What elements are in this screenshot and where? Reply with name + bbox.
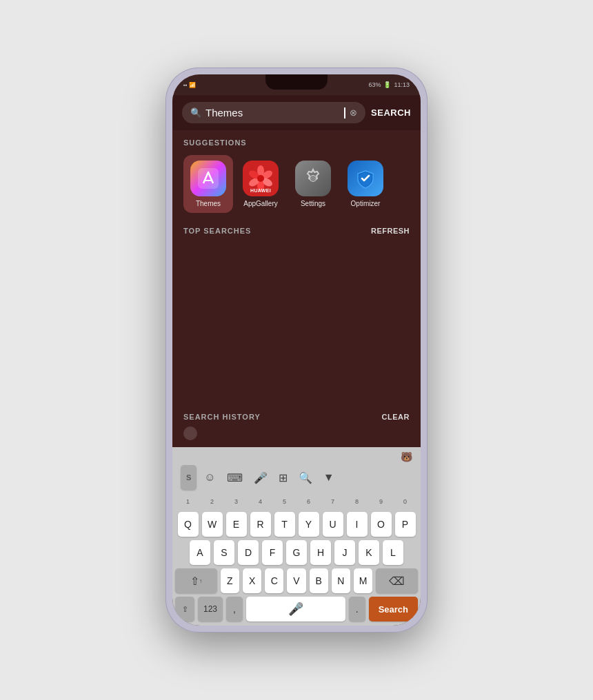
status-right: 63% 🔋 11:13 (368, 81, 410, 88)
appgallery-icon-bg: HUAWEI (243, 161, 279, 196)
keyboard-search-button[interactable]: Search (369, 597, 418, 621)
mic-icon[interactable]: 🎤 (250, 470, 271, 486)
huawei-label: HUAWEI (250, 188, 271, 193)
themes-icon (190, 161, 226, 196)
search-kb-icon[interactable]: 🔍 (295, 470, 316, 486)
key-Y[interactable]: Y (299, 512, 319, 537)
key-W[interactable]: W (202, 512, 223, 537)
suggestions-title: SUGGESTIONS (183, 138, 247, 147)
svg-point-7 (257, 175, 264, 182)
optimizer-icon (348, 161, 383, 196)
key-T[interactable]: T (274, 512, 295, 537)
key-M[interactable]: M (354, 568, 372, 593)
key-X[interactable]: X (243, 568, 261, 593)
swype-icon[interactable]: S (181, 465, 197, 490)
key-H[interactable]: H (310, 540, 331, 565)
backspace-key[interactable]: ⌫ (376, 568, 418, 593)
key-B[interactable]: B (310, 568, 328, 593)
themes-label: Themes (196, 200, 221, 207)
search-history-title: SEARCH HISTORY (183, 413, 261, 421)
num-hint-4: 4 (249, 494, 272, 509)
kb-row-3: ⇧ ↑ Z X C V B N M ⌫ (175, 568, 418, 593)
phone-screen: ▪▪ 📶 63% 🔋 11:13 🔍 Themes ⊗ SEARCH (172, 74, 421, 626)
settings-label: Settings (301, 200, 325, 207)
optimizer-icon-bg (348, 161, 383, 196)
svg-rect-0 (198, 168, 219, 189)
network-icon: ▪▪ 📶 (183, 82, 196, 88)
app-item-themes[interactable]: Themes (183, 155, 233, 213)
search-bar-row: 🔍 Themes ⊗ SEARCH (172, 95, 421, 130)
suggestions-grid: Themes (172, 152, 421, 218)
kb-row-2: A S D F G H J K L (175, 540, 418, 565)
key-O[interactable]: O (371, 512, 392, 537)
num-hint-1: 1 (177, 494, 199, 509)
emoji-icon[interactable]: ☺ (201, 470, 219, 485)
screen-content: 🔍 Themes ⊗ SEARCH SUGGESTIONS (172, 95, 421, 447)
period-key[interactable]: . (349, 597, 365, 621)
search-icon: 🔍 (190, 107, 201, 118)
kb-row-1: Q W E R T Y U I O P (175, 512, 418, 537)
search-button[interactable]: SEARCH (371, 107, 411, 118)
key-Q[interactable]: Q (178, 512, 199, 537)
num-hint-9: 9 (370, 494, 392, 509)
kb-bottom-row: ⇧ 123 , 🎤 . Search (175, 597, 418, 621)
key-G[interactable]: G (286, 540, 307, 565)
phone-frame: ▪▪ 📶 63% 🔋 11:13 🔍 Themes ⊗ SEARCH (165, 68, 428, 632)
grid-icon[interactable]: ⊞ (275, 470, 291, 486)
key-N[interactable]: N (332, 568, 350, 593)
key-F[interactable]: F (262, 540, 283, 565)
battery-text: 63% (368, 81, 381, 88)
top-searches-title: TOP SEARCHES (183, 227, 251, 235)
top-searches-header: TOP SEARCHES REFRESH (172, 218, 421, 240)
top-searches-content (172, 240, 421, 404)
key-K[interactable]: K (359, 540, 379, 565)
emoji-hint-icon: 🐻 (401, 451, 412, 462)
notch (265, 74, 328, 90)
app-item-appgallery[interactable]: HUAWEI AppGallery (236, 155, 285, 213)
num-hint-0: 0 (394, 494, 416, 509)
kb-toolbar: S ☺ ⌨ 🎤 ⊞ 🔍 ▼ (175, 464, 418, 494)
key-E[interactable]: E (226, 512, 247, 537)
key-A[interactable]: A (190, 540, 210, 565)
key-C[interactable]: C (265, 568, 283, 593)
key-S[interactable]: S (214, 540, 234, 565)
key-I[interactable]: I (347, 512, 368, 537)
status-bar: ▪▪ 📶 63% 🔋 11:13 (172, 74, 421, 95)
search-value: Themes (205, 107, 340, 119)
keyboard-layout-icon[interactable]: ⌨ (223, 470, 246, 486)
shift-key[interactable]: ⇧ ↑ (175, 568, 217, 593)
num-hint-8: 8 (345, 494, 368, 509)
refresh-button[interactable]: REFRESH (371, 227, 410, 235)
123-key[interactable]: 123 (198, 597, 223, 621)
svg-point-9 (310, 176, 316, 181)
kb-toolbar-icons: S ☺ ⌨ 🎤 ⊞ 🔍 ▼ (181, 465, 338, 490)
clear-icon[interactable]: ⊗ (350, 107, 357, 118)
optimizer-label: Optimizer (351, 200, 381, 207)
battery-icon: 🔋 (383, 81, 391, 88)
text-cursor (344, 107, 345, 119)
settings-icon-bg (295, 161, 331, 196)
shift-num-key[interactable]: ⇧ (175, 597, 194, 621)
settings-icon (295, 161, 331, 196)
status-left: ▪▪ 📶 (183, 82, 196, 88)
key-Z[interactable]: Z (221, 568, 239, 593)
space-key[interactable]: 🎤 (246, 597, 345, 621)
key-V[interactable]: V (287, 568, 305, 593)
keyboard: 🐻 S ☺ ⌨ 🎤 ⊞ 🔍 ▼ 1 2 3 4 5 (172, 447, 421, 626)
key-R[interactable]: R (250, 512, 271, 537)
key-U[interactable]: U (323, 512, 343, 537)
key-P[interactable]: P (395, 512, 416, 537)
key-D[interactable]: D (238, 540, 259, 565)
app-item-settings[interactable]: Settings (288, 155, 338, 213)
key-L[interactable]: L (383, 540, 403, 565)
clear-button[interactable]: CLEAR (382, 413, 410, 421)
history-item (172, 426, 421, 447)
time-text: 11:13 (394, 81, 410, 88)
comma-key[interactable]: , (226, 597, 243, 621)
dropdown-icon[interactable]: ▼ (320, 470, 338, 485)
search-input-wrap[interactable]: 🔍 Themes ⊗ (182, 102, 365, 123)
key-J[interactable]: J (334, 540, 355, 565)
appgallery-icon: HUAWEI (243, 161, 279, 196)
mic-space-icon: 🎤 (288, 601, 303, 617)
app-item-optimizer[interactable]: Optimizer (341, 155, 390, 213)
